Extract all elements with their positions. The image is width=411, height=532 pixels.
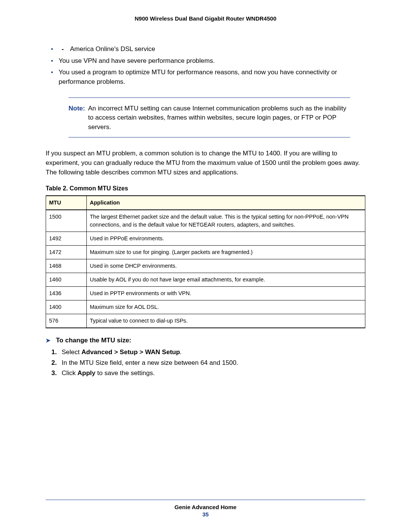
step-item: Select Advanced > Setup > WAN Setup. (59, 347, 365, 357)
doc-header-title: N900 Wireless Dual Band Gigabit Router W… (46, 15, 365, 22)
table-row: 1468Used in some DHCP environments. (46, 259, 365, 273)
chevron-right-icon: ➤ (46, 336, 51, 345)
table-row: 1472Maximum size to use for pinging. (La… (46, 245, 365, 259)
table-caption: Table 2. Common MTU Sizes (46, 184, 365, 193)
table-row: 1492Used in PPPoE environments. (46, 232, 365, 245)
mtu-table: MTU Application 1500The largest Ethernet… (46, 195, 365, 328)
table-header-mtu: MTU (46, 196, 87, 210)
note-block: Note: An incorrect MTU setting can cause… (68, 97, 350, 138)
procedure-heading-text: To change the MTU size: (56, 336, 131, 345)
procedure-steps: Select Advanced > Setup > WAN Setup. In … (46, 347, 365, 378)
note-text: An incorrect MTU setting can cause Inter… (88, 104, 346, 132)
table-header-app: Application (87, 196, 365, 210)
table-row: 1460Usable by AOL if you do not have lar… (46, 273, 365, 286)
top-bullet-list: America Online's DSL service You use VPN… (46, 45, 365, 87)
page-footer: Genie Advanced Home 35 (46, 500, 365, 518)
procedure-heading: ➤ To change the MTU size: (46, 336, 365, 345)
list-item: You used a program to optimize MTU for p… (59, 68, 365, 86)
note-label: Note: (68, 104, 88, 132)
footer-section-title: Genie Advanced Home (46, 504, 365, 510)
step-item: Click Apply to save the settings. (59, 368, 365, 378)
table-row: 1400Maximum size for AOL DSL. (46, 300, 365, 314)
list-item: You use VPN and have severe performance … (59, 56, 365, 66)
body-paragraph: If you suspect an MTU problem, a common … (46, 149, 365, 177)
sub-list-item: America Online's DSL service (70, 45, 365, 54)
table-row: 576Typical value to connect to dial-up I… (46, 314, 365, 328)
table-row: 1436Used in PPTP environments or with VP… (46, 286, 365, 300)
footer-page-number: 35 (46, 511, 365, 518)
table-row: 1500The largest Ethernet packet size and… (46, 210, 365, 232)
step-item: In the MTU Size field, enter a new size … (59, 358, 365, 368)
